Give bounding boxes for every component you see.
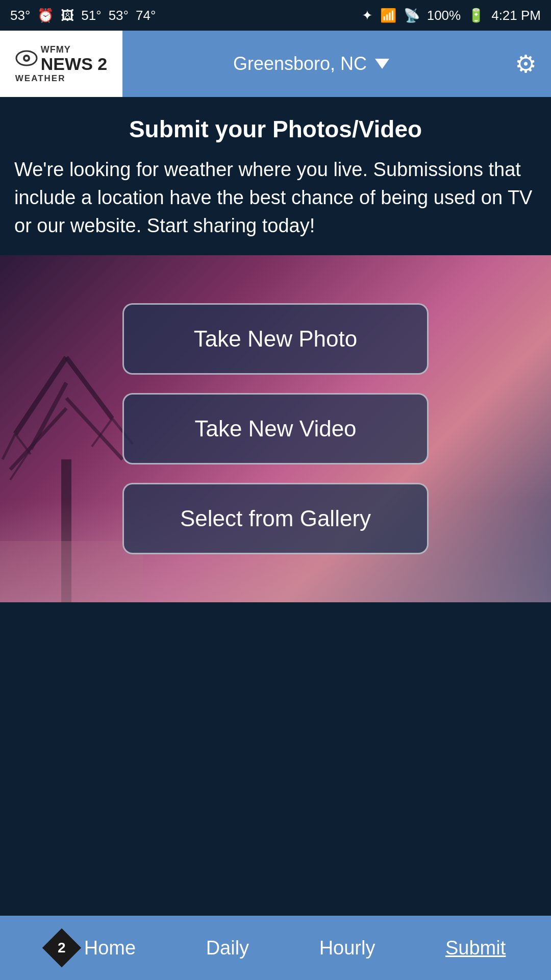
svg-line-7 [66,357,112,419]
nav-hourly[interactable]: Hourly [309,932,386,964]
location-text: Greensboro, NC [233,53,367,75]
nav-hourly-label: Hourly [319,937,375,959]
svg-line-9 [3,434,15,459]
temp-status: 53° [10,8,30,23]
take-photo-label: Take New Photo [194,326,357,352]
app-logo: WFMY NEWS 2 WEATHER [15,44,107,84]
page-title: Submit your Photos/Video [14,115,537,143]
temp4-status: 74° [136,8,156,23]
app-header: WFMY NEWS 2 WEATHER Greensboro, NC ⚙ [0,31,551,97]
take-video-button[interactable]: Take New Video [122,393,429,464]
temp2-status: 51° [81,8,101,23]
status-bar-left: 53° ⏰ 🖼 51° 53° 74° [10,8,156,23]
status-bar-right: ✦ 📶 📡 100% 🔋 4:21 PM [362,8,541,23]
wifi-icon: 📶 [380,8,396,23]
gear-icon: ⚙ [515,50,537,78]
nav-home-label: Home [84,937,136,959]
battery-icon: 🔋 [468,8,484,23]
nav-daily-label: Daily [206,937,249,959]
svg-point-2 [25,57,28,60]
cbs-eye-icon [15,48,38,68]
action-section: Take New Photo Take New Video Select fro… [0,255,551,602]
logo-wfmy: WFMY [41,44,107,55]
logo-news2: NEWS 2 [41,55,107,72]
image-icon: 🖼 [61,8,74,23]
take-photo-button[interactable]: Take New Photo [122,303,429,375]
nav-submit[interactable]: Submit [435,932,516,964]
info-section: Submit your Photos/Video We're looking f… [0,97,551,255]
logo-weather: WEATHER [15,74,66,84]
nav-submit-label: Submit [445,937,506,959]
bluetooth-icon: ✦ [362,8,373,23]
alarm-icon: ⏰ [37,8,54,23]
dropdown-caret-icon [375,59,389,69]
take-video-label: Take New Video [194,416,356,442]
temp3-status: 53° [109,8,129,23]
logo-area: WFMY NEWS 2 WEATHER [0,31,122,97]
svg-line-8 [66,398,122,459]
signal-icon: 📡 [404,8,420,23]
nav-home[interactable]: 2 Home [35,926,146,969]
select-gallery-button[interactable]: Select from Gallery [122,483,429,554]
select-gallery-label: Select from Gallery [180,506,371,531]
page-description: We're looking for weather where you live… [14,156,537,240]
settings-button[interactable]: ⚙ [500,31,551,97]
clock-time: 4:21 PM [491,8,541,23]
status-bar: 53° ⏰ 🖼 51° 53° 74° ✦ 📶 📡 100% 🔋 4:21 PM [0,0,551,31]
location-selector[interactable]: Greensboro, NC [122,31,500,97]
battery-level: 100% [427,8,461,23]
bottom-navigation: 2 Home Daily Hourly Submit [0,916,551,980]
nav-daily[interactable]: Daily [196,932,259,964]
home-diamond-icon: 2 [45,932,78,964]
